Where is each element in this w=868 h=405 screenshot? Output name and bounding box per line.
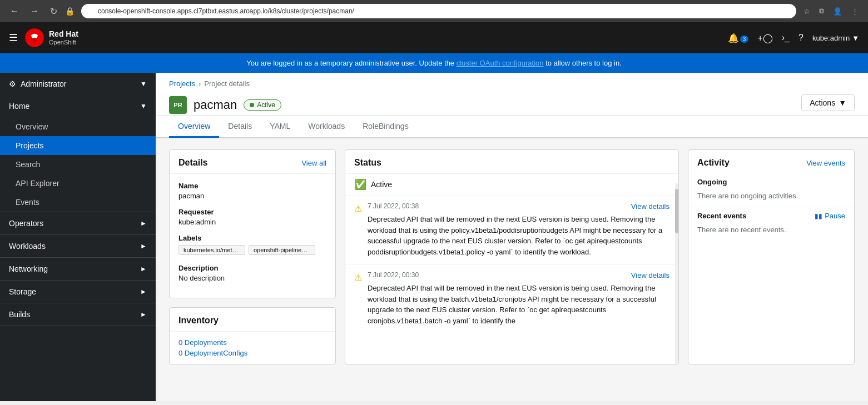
activity-card: Activity View events Ongoing There are n… bbox=[688, 149, 855, 364]
deployments-link[interactable]: 0 Deployments bbox=[178, 337, 326, 348]
operators-group-header[interactable]: Operators ► bbox=[0, 212, 156, 234]
warning-view-details-2[interactable]: View details bbox=[631, 271, 669, 279]
details-view-all-link[interactable]: View all bbox=[301, 159, 326, 167]
details-card-body: Name pacman Requester kube:admin Labels … bbox=[170, 174, 335, 298]
tab-overview[interactable]: Overview bbox=[169, 116, 219, 138]
status-card-title: Status bbox=[354, 158, 381, 168]
view-events-link[interactable]: View events bbox=[806, 159, 845, 167]
overview-label: Overview bbox=[16, 122, 48, 131]
address-bar[interactable] bbox=[81, 4, 796, 18]
sidebar-item-projects[interactable]: Projects bbox=[0, 136, 156, 155]
user-dropdown-icon: ▼ bbox=[852, 34, 859, 42]
detail-requester-row: Requester kube:admin bbox=[178, 208, 326, 226]
forward-button[interactable]: → bbox=[27, 4, 42, 18]
home-chevron-icon: ▼ bbox=[140, 102, 147, 110]
app-body: ⚙ Administrator ▼ Home ▼ Overview Projec… bbox=[0, 73, 868, 401]
home-group-header[interactable]: Home ▼ bbox=[0, 95, 156, 117]
notifications-button[interactable]: 🔔3 bbox=[728, 33, 749, 43]
builds-group-header[interactable]: Builds ► bbox=[0, 303, 156, 326]
status-active-row: ✅ Active bbox=[345, 174, 678, 195]
brand: Red Hat OpenShift bbox=[24, 28, 78, 48]
oauth-config-link[interactable]: cluster OAuth configuration bbox=[457, 59, 544, 67]
tab-yaml[interactable]: YAML bbox=[261, 116, 299, 138]
breadcrumb: Projects › Project details bbox=[156, 73, 868, 88]
add-button[interactable]: +◯ bbox=[757, 33, 772, 43]
sidebar-item-events[interactable]: Events bbox=[0, 193, 156, 212]
back-button[interactable]: ← bbox=[7, 4, 22, 18]
sidebar-item-overview[interactable]: Overview bbox=[0, 117, 156, 136]
pause-button[interactable]: ▮▮ Pause bbox=[815, 212, 845, 220]
project-name: pacman bbox=[194, 98, 237, 112]
workloads-chevron-icon: ► bbox=[140, 242, 147, 250]
sidebar-item-api-explorer[interactable]: API Explorer bbox=[0, 174, 156, 193]
sidebar-group-networking: Networking ► bbox=[0, 258, 156, 281]
pause-icon: ▮▮ bbox=[815, 212, 822, 220]
sidebar-group-builds: Builds ► bbox=[0, 303, 156, 326]
sidebar: ⚙ Administrator ▼ Home ▼ Overview Projec… bbox=[0, 73, 156, 401]
project-icon: PR bbox=[169, 96, 187, 114]
user-menu[interactable]: kube:admin ▼ bbox=[812, 34, 859, 42]
extension-icon[interactable]: ⧉ bbox=[816, 6, 827, 17]
warning-header-1: 7 Jul 2022, 00:38 View details bbox=[368, 202, 669, 211]
help-button[interactable]: ? bbox=[798, 33, 803, 43]
operators-chevron-icon: ► bbox=[140, 219, 147, 227]
networking-group-header[interactable]: Networking ► bbox=[0, 258, 156, 280]
operators-label: Operators bbox=[9, 219, 43, 228]
actions-label: Actions bbox=[810, 98, 835, 107]
info-banner: You are logged in as a temporary adminis… bbox=[0, 53, 868, 73]
deployment-configs-link[interactable]: 0 DeploymentConfigs bbox=[178, 348, 326, 358]
bookmark-icon[interactable]: ☆ bbox=[801, 6, 813, 17]
redhat-logo-icon bbox=[24, 28, 44, 48]
content-area: Details View all Name pacman Requester k… bbox=[156, 138, 868, 376]
lock-icon: 🔒 bbox=[65, 7, 75, 16]
page-header: Projects › Project details PR pacman Act… bbox=[156, 73, 868, 138]
tab-details[interactable]: Details bbox=[219, 116, 261, 138]
sidebar-group-storage: Storage ► bbox=[0, 281, 156, 303]
tab-rolebindings[interactable]: RoleBindings bbox=[354, 116, 418, 138]
warning-item-2: ⚠ 7 Jul 2022, 00:30 View details Depreca… bbox=[345, 264, 678, 333]
storage-group-header[interactable]: Storage ► bbox=[0, 281, 156, 303]
activity-card-header: Activity View events bbox=[688, 150, 854, 173]
role-selector[interactable]: ⚙ Administrator ▼ bbox=[0, 73, 156, 95]
menu-icon[interactable]: ⋮ bbox=[849, 6, 861, 17]
status-badge-text: Active bbox=[257, 101, 275, 109]
project-icon-text: PR bbox=[173, 102, 182, 108]
actions-button[interactable]: Actions ▼ bbox=[801, 94, 855, 111]
active-status-text: Active bbox=[371, 180, 392, 189]
role-label: Administrator bbox=[21, 79, 66, 88]
scroll-indicator[interactable] bbox=[675, 183, 678, 364]
project-title-area: PR pacman Active bbox=[169, 96, 281, 114]
warning-item-1: ⚠ 7 Jul 2022, 00:38 View details Depreca… bbox=[345, 195, 678, 264]
inventory-card: Inventory 0 Deployments 0 DeploymentConf… bbox=[169, 307, 336, 364]
detail-labels-row: Labels kubernetes.io/metadata.n... = pac… bbox=[178, 234, 326, 256]
storage-label: Storage bbox=[9, 287, 36, 296]
reload-button[interactable]: ↻ bbox=[47, 4, 61, 19]
warning-content-2: 7 Jul 2022, 00:30 View details Deprecate… bbox=[368, 271, 669, 326]
labels-container: kubernetes.io/metadata.n... = pacm... op… bbox=[178, 244, 326, 256]
status-dot-icon bbox=[250, 103, 254, 107]
main-content: Projects › Project details PR pacman Act… bbox=[156, 73, 868, 401]
warning-content-1: 7 Jul 2022, 00:38 View details Deprecate… bbox=[368, 202, 669, 257]
hamburger-menu[interactable]: ☰ bbox=[9, 32, 18, 44]
warning-view-details-1[interactable]: View details bbox=[631, 202, 669, 211]
actions-dropdown-icon: ▼ bbox=[839, 98, 846, 107]
profile-icon[interactable]: 👤 bbox=[830, 6, 845, 17]
search-label: Search bbox=[16, 160, 40, 169]
browser-chrome: ← → ↻ 🔒 ☆ ⧉ 👤 ⋮ bbox=[0, 0, 868, 22]
projects-label: Projects bbox=[16, 141, 44, 150]
labels-label: Labels bbox=[178, 234, 326, 242]
breadcrumb-separator: › bbox=[199, 79, 201, 88]
sidebar-item-search[interactable]: Search bbox=[0, 155, 156, 174]
terminal-button[interactable]: ›_ bbox=[782, 33, 790, 43]
breadcrumb-projects-link[interactable]: Projects bbox=[169, 79, 195, 88]
label-tag-1: kubernetes.io/metadata.n... = pacm... bbox=[178, 245, 245, 255]
tab-workloads[interactable]: Workloads bbox=[299, 116, 354, 138]
workloads-group-header[interactable]: Workloads ► bbox=[0, 235, 156, 257]
warning-body-1: Deprecated API that will be removed in t… bbox=[368, 214, 669, 257]
no-ongoing-text: There are no ongoing activities. bbox=[688, 188, 854, 207]
brand-text: Red Hat OpenShift bbox=[49, 29, 78, 46]
inventory-card-title: Inventory bbox=[178, 316, 219, 326]
warning-date-2: 7 Jul 2022, 00:30 bbox=[368, 271, 419, 279]
workloads-label: Workloads bbox=[9, 242, 46, 251]
sidebar-group-operators: Operators ► bbox=[0, 212, 156, 235]
